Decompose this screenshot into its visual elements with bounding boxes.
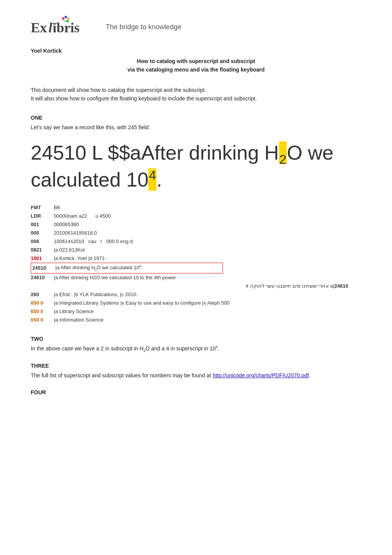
section-two-heading: TWO [31,336,361,342]
marc-value-001: 000065380 [54,220,79,229]
svg-point-3 [65,16,67,18]
marc-row-24510: 24510 |a After drinking H2O we calculate… [31,263,223,273]
subscript-highlight: 2 [279,142,287,164]
marc-row-0821: 0821 |a 022.613Kor [31,246,361,254]
marc-tag-24610a: 24610 [31,273,54,282]
marc-row-260: 260 |a Efrat : |b YLK Publications, |c 2… [31,290,361,299]
marc-tag-008: 008 [31,237,54,246]
logo-tagline: The bridge to knowledge [106,23,181,31]
marc-value-6500-ils: |a Integrated Library Systems |x Easy to… [54,299,229,307]
marc-tag-001: 001 [31,220,54,229]
unicode-link[interactable]: http://unicode.org/charts/PDF/U2070.pdf [213,372,309,378]
svg-point-2 [62,17,64,20]
marc-row-ldr: LDR 00000nam a22 u 4500 [31,212,361,220]
section-four: FOUR [31,389,361,395]
svg-point-4 [67,17,70,20]
marc-tag-ldr: LDR [31,212,54,220]
marc-row-6500-lib: 650 0 |a Library Science [31,307,361,316]
section-three-heading: THREE [31,363,361,369]
marc-tag-1001: 1001 [31,254,54,263]
marc-tag-6500-inf: 650 0 [31,316,54,324]
display-field: 24510 L $$aAfter drinking H2O we calcula… [31,141,361,192]
marc-tag-005: 005 [31,229,54,237]
marc-row-005: 005 20100614195618.0 [31,229,361,237]
logo-image: Ex l ĭbris [31,15,90,38]
marc-tag-24610b: 24610 [334,282,357,290]
marc-tag-0821: 0821 [31,246,54,254]
section-one-heading: ONE [31,115,361,121]
marc-value-24510: |a After drinking H2O we calculated 104. [55,263,143,272]
superscript-4: 4 [149,168,156,182]
marc-value-24610b: |a אחרי ששתינו מים חישבנו עשר לחוקה 4 [246,282,334,290]
page-header: Ex l ĭbris The bridge to knowledge [31,15,361,38]
section-three: THREE The full list of superscript and s… [31,363,361,380]
section-three-text: The full list of superscript and subscri… [31,371,361,380]
marc-tag-fmt: FMT [31,203,54,212]
marc-tag-6500-ils: 650 0 [31,299,54,307]
svg-text:ĭbris: ĭbris [52,20,80,35]
section-two: TWO In the above case we have a 2 in sub… [31,336,361,353]
marc-fields-table: FMT BK LDR 00000nam a22 u 4500 001 00006… [31,203,361,325]
author-name: Yoel Kortick [31,48,361,54]
marc-value-1001: |a Kortick, Yoel |d 1971- [54,254,106,263]
logo: Ex l ĭbris The bridge to knowledge [31,15,181,38]
marc-value-005: 20100614195618.0 [54,229,97,237]
marc-value-0821: |a 022.613Kor [54,246,85,254]
marc-value-fmt: BK [54,203,60,212]
subscript-2: 2 [279,152,287,167]
marc-value-6500-inf: |a Information Science [54,316,103,324]
svg-text:l: l [48,20,52,35]
marc-tag-260: 260 [31,290,54,299]
marc-row-fmt: FMT BK [31,203,361,212]
marc-row-1001: 1001 |a Kortick, Yoel |d 1971- [31,254,361,263]
display-before: 24510 L $$aAfter drinking H2O we calcula… [31,142,334,191]
section-two-text: In the above case we have a 2 in subscri… [31,344,361,353]
intro-paragraph: This document will show how to catalog t… [31,86,361,103]
marc-value-6500-lib: |a Library Science [54,307,94,316]
marc-value-260: |a Efrat : |b YLK Publications, |c 2010. [54,290,138,299]
section-one: ONE Let's say we have a record like this… [31,115,361,132]
marc-row-008: 008 100614s2010 cau r 000 0 eng d [31,237,361,246]
marc-row-001: 001 000065380 [31,220,361,229]
marc-value-24610a: |a After drinking H2O we calculated 10 t… [54,273,176,282]
svg-text:Ex: Ex [31,20,47,35]
document-title: How to catalog with superscript and subs… [31,57,361,74]
marc-row-24610b: 24610 |a אחרי ששתינו מים חישבנו עשר לחוק… [31,282,361,290]
marc-value-008: 100614s2010 cau r 000 0 eng d [54,237,133,246]
marc-value-ldr: 00000nam a22 u 4500 [54,212,111,220]
marc-tag-6500-lib: 650 0 [31,307,54,316]
marc-row-24610a: 24610 |a After drinking H2O we calculate… [31,273,361,282]
superscript-highlight: 4 [148,168,156,191]
marc-tag-24510: 24510 [32,264,55,272]
marc-row-6500-ils: 650 0 |a Integrated Library Systems |x E… [31,299,361,307]
section-one-text: Let's say we have a record like this, wi… [31,123,361,132]
exlibris-logo-svg: Ex l ĭbris [31,15,90,38]
marc-row-6500-inf: 650 0 |a Information Science [31,316,361,324]
section-four-heading: FOUR [31,389,361,395]
